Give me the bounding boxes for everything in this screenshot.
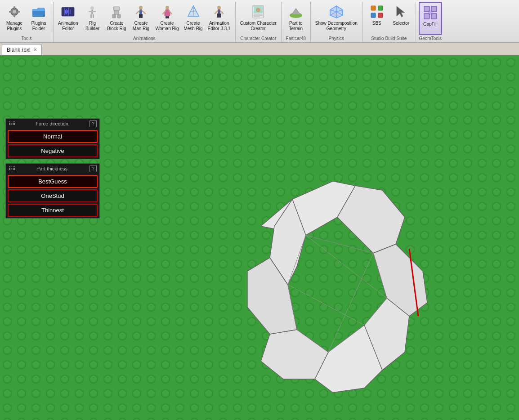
svg-rect-9 bbox=[64, 8, 65, 15]
force-direction-title-bar[interactable]: ⠿⠿ Force direction: ? bbox=[6, 119, 99, 129]
svg-rect-19 bbox=[113, 7, 120, 10]
svg-rect-48 bbox=[254, 14, 263, 16]
force-direction-help-button[interactable]: ? bbox=[89, 120, 97, 127]
plugins-folder-icon bbox=[31, 4, 47, 20]
animation-editor-button[interactable]: AnimationEditor bbox=[56, 2, 80, 35]
plugins-folder-label: PluginsFolder bbox=[31, 21, 46, 31]
create-woman-rig-label: CreateWoman Rig bbox=[155, 21, 179, 31]
studio-build-suite-group-label: Studio Build Suite bbox=[365, 35, 413, 42]
toolbar-group-animations: AnimationEditor RigBuilder bbox=[54, 2, 236, 42]
svg-rect-15 bbox=[89, 11, 92, 12]
selector-icon bbox=[393, 4, 409, 20]
character-creator-group-label: Character Creator bbox=[238, 35, 278, 42]
create-man-rig-label: CreateMan Rig bbox=[133, 21, 149, 31]
svg-point-47 bbox=[256, 8, 260, 12]
part-thickness-title: Part thickness: bbox=[36, 166, 69, 171]
svg-rect-3 bbox=[13, 14, 15, 17]
animation-editor-33-icon bbox=[211, 4, 227, 20]
part-to-terrain-button[interactable]: Part toTerrain bbox=[284, 2, 308, 35]
show-decomp-geometry-icon bbox=[328, 4, 345, 20]
manage-plugins-button[interactable]: ManagePlugins bbox=[3, 2, 26, 35]
part-thickness-drag-dots: ⠿⠿ bbox=[9, 166, 16, 172]
svg-rect-10 bbox=[66, 9, 67, 14]
tab-blank-rbxl[interactable]: Blank.rbxl ✕ bbox=[2, 44, 42, 55]
create-man-rig-button[interactable]: CreateMan Rig bbox=[129, 2, 152, 35]
svg-rect-24 bbox=[139, 9, 142, 14]
svg-point-13 bbox=[90, 6, 94, 10]
svg-rect-12 bbox=[70, 9, 71, 14]
sbs-button[interactable]: SBS bbox=[365, 2, 389, 35]
toolbar-group-geomtools: GapFill GeomTools bbox=[416, 2, 445, 42]
svg-point-23 bbox=[139, 6, 143, 9]
svg-line-42 bbox=[220, 11, 223, 13]
svg-rect-60 bbox=[371, 6, 376, 10]
main-area: ⠿⠿ Force direction: ? Normal Negative ⠿⠿… bbox=[0, 55, 519, 420]
rig-builder-icon bbox=[84, 4, 100, 20]
svg-line-25 bbox=[136, 11, 139, 13]
svg-marker-38 bbox=[188, 6, 199, 16]
svg-rect-4 bbox=[9, 11, 12, 13]
show-decomp-geometry-label: Show DecompositionGeometry bbox=[315, 21, 358, 31]
svg-marker-64 bbox=[397, 6, 405, 17]
svg-rect-5 bbox=[17, 11, 20, 13]
gapfill-label: GapFill bbox=[423, 22, 438, 27]
svg-point-29 bbox=[166, 6, 169, 9]
physics-group-label: Physics bbox=[313, 35, 359, 42]
svg-rect-49 bbox=[254, 16, 260, 17]
create-block-rig-button[interactable]: CreateBlock Rig bbox=[105, 2, 128, 35]
manage-plugins-icon bbox=[6, 4, 22, 20]
plugins-folder-button[interactable]: PluginsFolder bbox=[27, 2, 50, 35]
create-block-rig-icon bbox=[108, 4, 125, 20]
svg-line-41 bbox=[215, 11, 218, 13]
onestud-button[interactable]: OneStud bbox=[8, 189, 98, 202]
svg-rect-22 bbox=[117, 14, 121, 18]
canvas-background bbox=[0, 55, 519, 420]
svg-rect-21 bbox=[112, 14, 116, 18]
create-mesh-rig-icon bbox=[185, 4, 201, 20]
create-man-rig-icon bbox=[133, 4, 149, 20]
svg-rect-32 bbox=[166, 16, 167, 18]
bestguess-button[interactable]: BestGuess bbox=[8, 175, 98, 188]
tab-close-button[interactable]: ✕ bbox=[33, 47, 37, 52]
geomtools-group-label: GeomTools bbox=[419, 35, 442, 42]
svg-point-39 bbox=[217, 6, 221, 9]
svg-rect-69 bbox=[429, 11, 432, 14]
toolbar-group-tools: ManagePlugins PluginsFolder Tools bbox=[0, 2, 54, 42]
svg-rect-18 bbox=[93, 14, 94, 18]
create-woman-rig-button[interactable]: CreateWoman Rig bbox=[153, 2, 180, 35]
svg-rect-16 bbox=[92, 11, 96, 12]
show-decomp-geometry-button[interactable]: Show DecompositionGeometry bbox=[313, 2, 359, 35]
animations-group-label: Animations bbox=[56, 35, 233, 42]
animation-editor-icon bbox=[60, 4, 76, 20]
sbs-icon bbox=[369, 4, 385, 20]
svg-rect-62 bbox=[378, 6, 383, 10]
create-mesh-rig-label: CreateMesh Rig bbox=[183, 21, 202, 31]
svg-rect-2 bbox=[13, 6, 15, 9]
svg-marker-52 bbox=[291, 9, 300, 14]
animation-editor-label: AnimationEditor bbox=[58, 21, 78, 31]
create-mesh-rig-button[interactable]: CreateMesh Rig bbox=[182, 2, 205, 35]
custom-character-creator-button[interactable]: Custom CharacterCreator bbox=[238, 2, 278, 35]
selector-button[interactable]: Selector bbox=[389, 2, 413, 35]
svg-point-1 bbox=[13, 10, 16, 13]
force-direction-drag-dots: ⠿⠿ bbox=[9, 121, 16, 127]
toolbar-group-character-creator: Custom CharacterCreator Character Creato… bbox=[236, 2, 282, 42]
svg-rect-20 bbox=[114, 10, 119, 14]
svg-line-26 bbox=[142, 11, 145, 13]
svg-rect-11 bbox=[68, 8, 69, 16]
gapfill-button[interactable]: GapFill bbox=[419, 2, 442, 35]
animation-editor-33-button[interactable]: AnimationEditor 3.3.1 bbox=[206, 2, 233, 35]
thinnest-button[interactable]: Thinnest bbox=[8, 204, 98, 217]
part-thickness-help-button[interactable]: ? bbox=[89, 165, 97, 172]
svg-rect-44 bbox=[219, 13, 221, 18]
toolbar-group-studio-build-suite: SBS Selector Studio Build Suite bbox=[362, 2, 416, 42]
toolbar: ManagePlugins PluginsFolder Tools bbox=[0, 0, 519, 43]
normal-button[interactable]: Normal bbox=[8, 130, 98, 143]
svg-rect-27 bbox=[139, 14, 141, 18]
part-thickness-title-bar[interactable]: ⠿⠿ Part thickness: ? bbox=[6, 164, 99, 174]
force-direction-panel: ⠿⠿ Force direction: ? Normal Negative bbox=[5, 118, 100, 159]
rig-builder-button[interactable]: RigBuilder bbox=[81, 2, 104, 35]
svg-rect-43 bbox=[217, 13, 219, 18]
negative-button[interactable]: Negative bbox=[8, 144, 98, 157]
svg-rect-40 bbox=[218, 9, 220, 13]
